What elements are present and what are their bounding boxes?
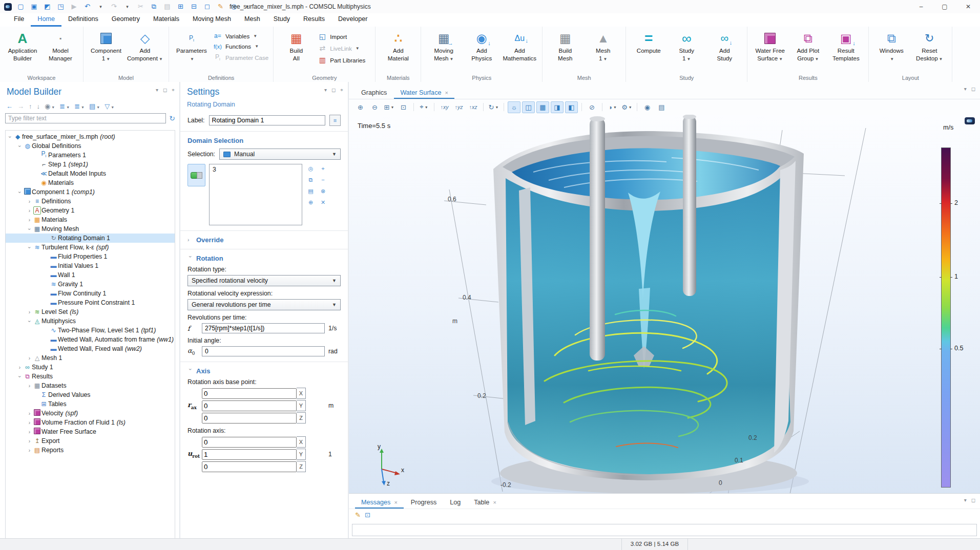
tree-item[interactable]: ›▤Reports xyxy=(6,446,175,455)
chevron-right-icon[interactable]: › xyxy=(26,429,33,435)
remove-from-selection-button[interactable]: − xyxy=(318,175,328,184)
label-input[interactable] xyxy=(209,115,325,125)
tree-item[interactable]: ›≋Turbulent Flow, k-ε(spf) xyxy=(6,243,175,252)
revolutions-input[interactable] xyxy=(202,323,325,333)
show-grid-icon[interactable]: ▦ xyxy=(536,101,549,113)
save-icon[interactable]: ◩ xyxy=(43,1,52,13)
tree-item[interactable]: ›△Mesh 1 xyxy=(6,353,175,363)
refresh-icon[interactable]: ↻ xyxy=(169,114,175,122)
lock-view-icon[interactable]: ⊘ xyxy=(586,101,598,113)
chevron-right-icon[interactable]: › xyxy=(16,365,23,370)
chevron-right-icon[interactable]: › xyxy=(26,438,33,444)
open-file-icon[interactable]: ▣ xyxy=(30,1,38,13)
ribbon-tab-geometry[interactable]: Geometry xyxy=(105,13,147,27)
show-material-color-icon[interactable]: ◨ xyxy=(551,101,564,113)
ribbon-tab-developer[interactable]: Developer xyxy=(331,13,374,27)
tree-item[interactable]: ›▦Datasets xyxy=(6,381,175,390)
chevron-down-icon[interactable]: › xyxy=(27,244,32,251)
build-all-button[interactable]: ▦BuildAll xyxy=(277,29,315,63)
maximize-button[interactable]: ▢ xyxy=(933,0,956,13)
dock-tab-progress[interactable]: Progress xyxy=(405,496,443,509)
show-button[interactable]: ◉▼ xyxy=(45,102,55,110)
tree-item[interactable]: PiParameters 1 xyxy=(6,151,175,160)
study-1-button[interactable]: ∞Study1▼ xyxy=(668,29,705,64)
add-study-button[interactable]: ∞↓AddStudy xyxy=(705,29,743,63)
dock-tab-log[interactable]: Log xyxy=(444,496,467,509)
active-toggle-button[interactable] xyxy=(187,164,205,186)
close-icon[interactable]: × xyxy=(394,499,397,505)
clear-messages-icon[interactable]: ✎ xyxy=(355,511,361,519)
chevron-down-icon[interactable]: › xyxy=(17,373,23,380)
view-xy-icon[interactable]: ↑xy xyxy=(438,101,451,113)
tree-item[interactable]: ›∞Study 1 xyxy=(6,363,175,372)
tree-item[interactable]: ›◬Multiphysics xyxy=(6,316,175,326)
add-material-button[interactable]: ∴AddMaterial xyxy=(379,29,417,63)
delete-icon[interactable]: ⊟ xyxy=(190,1,198,13)
tree-item[interactable]: ›⧉Results xyxy=(6,372,175,381)
tree-item[interactable]: ≪Default Model Inputs xyxy=(6,169,175,178)
tree-item[interactable]: ⊞Tables xyxy=(6,399,175,409)
functions-button[interactable]: f(x)Functions▼ xyxy=(213,43,268,50)
clear-selection-button[interactable]: ⊗ xyxy=(318,186,328,196)
chevron-down-icon[interactable]: › xyxy=(7,134,13,140)
add-plot-group-button[interactable]: ⧉Add PlotGroup▼ xyxy=(789,29,827,64)
zoom-to-selection-button[interactable]: ⊕ xyxy=(306,198,316,207)
view-xz-icon[interactable]: ↑xz xyxy=(467,101,479,113)
tree-item[interactable]: ∿Two-Phase Flow, Level Set 1(tpf1) xyxy=(6,326,175,335)
base-point-z-input[interactable] xyxy=(202,413,297,424)
tree-item[interactable]: ›Velocity(spf) xyxy=(6,409,175,418)
reset-desktop-button[interactable]: ↻ResetDesktop▼ xyxy=(910,29,948,64)
base-point-y-input[interactable] xyxy=(202,400,297,411)
tree-item[interactable]: ◉Materials xyxy=(6,178,175,187)
transparency-icon[interactable]: ◫ xyxy=(522,101,535,113)
ribbon-tab-moving-mesh[interactable]: Moving Mesh xyxy=(186,13,238,27)
graphics-tab-graphics[interactable]: Graphics xyxy=(355,86,393,99)
tree-item[interactable]: ▬Pressure Point Constraint 1 xyxy=(6,298,175,307)
ribbon-tab-home[interactable]: Home xyxy=(31,13,61,27)
back-button[interactable]: ← xyxy=(6,102,13,110)
parameters-button[interactable]: PiParameters▼ xyxy=(173,29,211,64)
section-domain-selection[interactable]: Domain Selection xyxy=(187,137,341,144)
tree-item[interactable]: ›▦Materials xyxy=(6,215,175,224)
tree-item[interactable]: ›AGeometry 1 xyxy=(6,206,175,215)
expand-nodes-button[interactable]: ≣▼ xyxy=(59,102,70,110)
ribbon-tab-definitions[interactable]: Definitions xyxy=(61,13,105,27)
close-button[interactable]: ✕ xyxy=(956,0,980,13)
rotation-axis-y-input[interactable] xyxy=(202,449,297,460)
import-button[interactable]: ◱Import xyxy=(317,32,370,40)
zoom-box-icon[interactable]: ⊞▼ xyxy=(383,101,395,113)
model-manager-button[interactable]: ▪ModelManager xyxy=(41,29,79,63)
windows-button[interactable]: ⧉Windows▼ xyxy=(872,29,910,64)
open-in-window-icon[interactable]: ⊡ xyxy=(365,511,370,519)
component-1-button[interactable]: Component1▼ xyxy=(87,29,125,64)
run-application-icon[interactable]: ▶ xyxy=(70,1,78,13)
panel-float-icon[interactable]: ◻ xyxy=(971,86,975,92)
view-yz-icon[interactable]: ↑yz xyxy=(452,101,465,113)
ribbon-tab-file[interactable]: File xyxy=(7,13,31,27)
tree-item[interactable]: ▬Flow Continuity 1 xyxy=(6,289,175,298)
chevron-right-icon[interactable]: › xyxy=(26,199,33,204)
dock-tab-table[interactable]: Table× xyxy=(468,496,503,509)
collapse-nodes-button[interactable]: ≣▼ xyxy=(74,102,85,110)
rotation-axis-x-input[interactable] xyxy=(202,437,297,448)
panel-float-icon[interactable]: ◻ xyxy=(163,87,167,93)
build-mesh-button[interactable]: ▦BuildMesh xyxy=(546,29,584,63)
close-icon[interactable]: × xyxy=(493,499,496,505)
chevron-right-icon[interactable]: › xyxy=(26,217,33,223)
tree-item[interactable]: ›Volume Fraction of Fluid 1(ls) xyxy=(6,418,175,427)
tree-item[interactable]: ▬Fluid Properties 1 xyxy=(6,252,175,261)
image-snapshot-icon[interactable]: ◉ xyxy=(641,101,654,113)
new-file-icon[interactable]: ▢ xyxy=(16,1,25,13)
ribbon-tab-results[interactable]: Results xyxy=(297,13,331,27)
chevron-right-icon[interactable]: › xyxy=(26,309,33,315)
tree-item[interactable]: ≋Gravity 1 xyxy=(6,280,175,289)
tree-item[interactable]: ⌐Step 1(step1) xyxy=(6,160,175,169)
domain-selection-list[interactable]: 3 xyxy=(209,164,302,225)
rotate-view-icon[interactable]: ↻▼ xyxy=(487,101,500,113)
move-down-button[interactable]: ↓ xyxy=(37,102,40,110)
graphics-tab-water-surface[interactable]: Water Surface× xyxy=(394,86,454,99)
chevron-right-icon[interactable]: › xyxy=(26,355,33,361)
add-component-button[interactable]: ◇AddComponent▼ xyxy=(125,29,165,64)
chevron-right-icon[interactable]: › xyxy=(26,383,33,389)
copy-selection-button[interactable]: ⧉ xyxy=(306,175,316,184)
